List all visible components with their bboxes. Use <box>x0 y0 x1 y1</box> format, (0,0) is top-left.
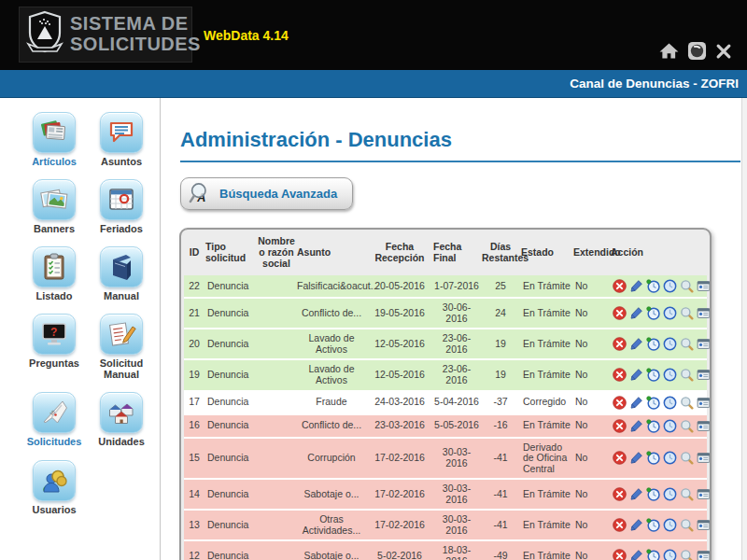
globe-icon[interactable] <box>687 41 707 61</box>
sidebar-icon-tile[interactable] <box>33 179 76 220</box>
sidebar-item-unidades[interactable]: Unidades <box>92 392 151 447</box>
sidebar-item-preguntas[interactable]: ? Preguntas <box>24 314 84 380</box>
sidebar-icon-tile[interactable] <box>33 246 76 287</box>
extend-timer-icon[interactable] <box>646 487 660 501</box>
edit-icon[interactable] <box>629 451 643 465</box>
edit-icon[interactable] <box>629 396 643 410</box>
sidebar-item-solicitudes[interactable]: 10 Solicitudes <box>24 392 84 447</box>
view-icon[interactable] <box>680 487 694 501</box>
edit-icon[interactable] <box>629 337 643 351</box>
clock-icon[interactable] <box>663 396 677 410</box>
clock-icon[interactable] <box>663 419 677 433</box>
sidebar-item-usuarios[interactable]: Usuarios <box>24 460 84 515</box>
table-row[interactable]: 13 Denuncia Otras Actividades... 17-02-2… <box>184 510 707 540</box>
clock-icon[interactable] <box>663 487 677 501</box>
view-icon[interactable] <box>680 368 694 382</box>
clock-icon[interactable] <box>663 368 677 382</box>
sidebar-item-articulos[interactable]: Artículos <box>24 112 84 167</box>
table-row[interactable]: 17 Denuncia Fraude 24-03-2016 5-04-2016 … <box>184 391 707 414</box>
sidebar-item-manual[interactable]: Manual <box>92 246 151 301</box>
edit-icon[interactable] <box>629 549 643 560</box>
table-row[interactable]: 20 Denuncia Lavado de Activos 12-05-2016… <box>184 329 707 359</box>
cell-fecha-recepcion: 17-02-2016 <box>367 510 432 540</box>
advanced-search-button[interactable]: A Búsqueda Avanzada <box>180 177 353 210</box>
sidebar-item-solicitud-manual[interactable]: Solicitud Manual <box>92 314 151 380</box>
extend-timer-icon[interactable] <box>646 306 660 320</box>
table-row[interactable]: 16 Denuncia Conflicto de... 23-03-2016 5… <box>184 414 707 438</box>
clock-icon[interactable] <box>663 549 677 560</box>
delete-icon[interactable] <box>613 549 627 560</box>
sidebar-item-asuntos[interactable]: Asuntos <box>92 112 151 167</box>
table-row[interactable]: 19 Denuncia Lavado de Activos 12-05-2016… <box>184 359 707 390</box>
view-icon[interactable] <box>680 419 694 433</box>
delete-icon[interactable] <box>613 396 627 410</box>
extend-timer-icon[interactable] <box>646 419 660 433</box>
record-detail-icon[interactable] <box>697 451 711 465</box>
sidebar-item-banners[interactable]: Banners <box>24 179 84 234</box>
delete-icon[interactable] <box>613 368 627 382</box>
scrollbar[interactable] <box>741 98 747 560</box>
sidebar-icon-tile[interactable]: ? <box>33 314 76 355</box>
delete-icon[interactable] <box>613 306 627 320</box>
view-icon[interactable] <box>680 396 694 410</box>
view-icon[interactable] <box>680 337 694 351</box>
sidebar-item-listado[interactable]: Listado <box>24 246 84 301</box>
sidebar-icon-tile[interactable] <box>100 179 143 220</box>
view-icon[interactable] <box>680 518 694 532</box>
delete-icon[interactable] <box>613 518 627 532</box>
record-detail-icon[interactable] <box>697 518 711 532</box>
record-detail-icon[interactable] <box>697 306 711 320</box>
edit-icon[interactable] <box>629 518 643 532</box>
record-detail-icon[interactable] <box>697 337 711 351</box>
clock-icon[interactable] <box>663 279 677 293</box>
delete-icon[interactable] <box>613 279 627 293</box>
edit-icon[interactable] <box>629 279 643 293</box>
close-icon[interactable] <box>715 43 732 60</box>
table-row[interactable]: 22 Denuncia Falsificaci&oacut... 20-05-2… <box>184 275 707 298</box>
clock-icon[interactable] <box>663 306 677 320</box>
record-detail-icon[interactable] <box>697 419 711 433</box>
sidebar-icon-tile[interactable] <box>100 392 143 433</box>
extend-timer-icon[interactable] <box>646 368 660 382</box>
extend-timer-icon[interactable] <box>646 396 660 410</box>
table-row[interactable]: 15 Denuncia Corrupción 17-02-2016 30-03-… <box>184 438 707 480</box>
clock-icon[interactable] <box>663 337 677 351</box>
delete-icon[interactable] <box>613 337 627 351</box>
sidebar-icon-tile[interactable] <box>33 112 76 153</box>
extend-timer-icon[interactable] <box>646 451 660 465</box>
record-detail-icon[interactable] <box>697 487 711 501</box>
edit-icon[interactable] <box>629 306 643 320</box>
cell-id: 22 <box>184 275 204 298</box>
delete-icon[interactable] <box>613 487 627 501</box>
record-detail-icon[interactable] <box>697 279 711 293</box>
table-row[interactable]: 12 Denuncia Sabotaje o... 5-02-2016 18-0… <box>184 540 707 560</box>
edit-icon[interactable] <box>629 368 643 382</box>
extend-timer-icon[interactable] <box>646 337 660 351</box>
table-row[interactable]: 21 Denuncia Conflicto de... 19-05-2016 3… <box>184 298 707 329</box>
delete-icon[interactable] <box>613 419 627 433</box>
view-icon[interactable] <box>680 306 694 320</box>
clock-icon[interactable] <box>663 451 677 465</box>
record-detail-icon[interactable] <box>697 396 711 410</box>
extend-timer-icon[interactable] <box>646 518 660 532</box>
view-icon[interactable] <box>680 549 694 560</box>
sidebar-icon-tile[interactable]: 10 <box>33 392 76 433</box>
clock-icon[interactable] <box>663 518 677 532</box>
extend-timer-icon[interactable] <box>646 549 660 560</box>
sidebar-icon-tile[interactable] <box>100 246 143 287</box>
channel-titlebar: Canal de Denuncias - ZOFRI <box>0 70 747 98</box>
edit-icon[interactable] <box>629 419 643 433</box>
record-detail-icon[interactable] <box>697 368 711 382</box>
extend-timer-icon[interactable] <box>646 279 660 293</box>
record-detail-icon[interactable] <box>697 549 711 560</box>
sidebar-icon-tile[interactable] <box>100 314 143 355</box>
delete-icon[interactable] <box>613 451 627 465</box>
home-icon[interactable] <box>659 42 679 60</box>
view-icon[interactable] <box>680 451 694 465</box>
view-icon[interactable] <box>680 279 694 293</box>
sidebar-item-feriados[interactable]: Feriados <box>92 179 151 234</box>
table-row[interactable]: 14 Denuncia Sabotaje o... 17-02-2016 30-… <box>184 479 707 510</box>
sidebar-icon-tile[interactable] <box>100 112 143 153</box>
sidebar-icon-tile[interactable] <box>33 460 76 501</box>
edit-icon[interactable] <box>629 487 643 501</box>
